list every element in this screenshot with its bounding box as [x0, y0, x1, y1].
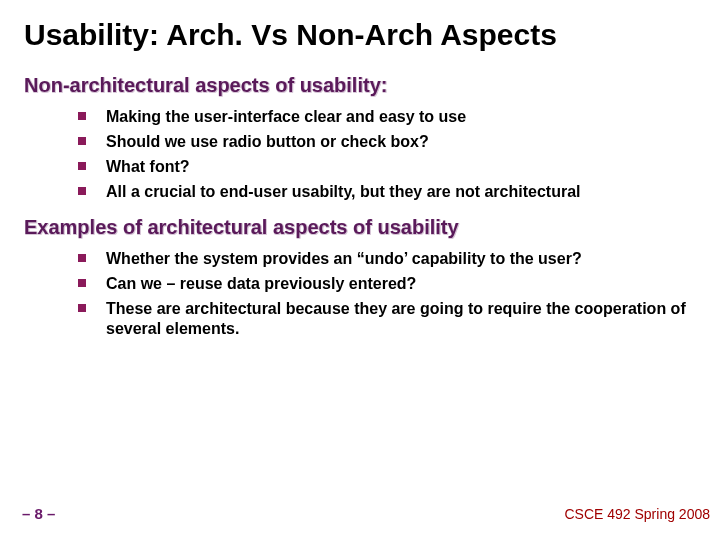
list-item: What font? [78, 157, 696, 177]
section-heading-nonarch: Non-architectural aspects of usability: [24, 74, 696, 97]
section-heading-arch: Examples of architectural aspects of usa… [24, 216, 696, 239]
footer: – 8 – CSCE 492 Spring 2008 [22, 505, 710, 522]
bullet-list-nonarch: Making the user-interface clear and easy… [24, 107, 696, 202]
square-bullet-icon [78, 254, 86, 262]
square-bullet-icon [78, 304, 86, 312]
course-label: CSCE 492 Spring 2008 [564, 506, 710, 522]
bullet-text: Whether the system provides an “undo’ ca… [106, 249, 696, 269]
slide: Usability: Arch. Vs Non-Arch Aspects Non… [0, 0, 720, 540]
slide-title: Usability: Arch. Vs Non-Arch Aspects [24, 18, 696, 52]
square-bullet-icon [78, 137, 86, 145]
list-item: Can we – reuse data previously entered? [78, 274, 696, 294]
square-bullet-icon [78, 279, 86, 287]
list-item: Should we use radio button or check box? [78, 132, 696, 152]
bullet-text: Making the user-interface clear and easy… [106, 107, 696, 127]
list-item: Making the user-interface clear and easy… [78, 107, 696, 127]
list-item: These are architectural because they are… [78, 299, 696, 339]
bullet-text: What font? [106, 157, 696, 177]
square-bullet-icon [78, 162, 86, 170]
list-item: All a crucial to end-user usabilty, but … [78, 182, 696, 202]
list-item: Whether the system provides an “undo’ ca… [78, 249, 696, 269]
bullet-text: Should we use radio button or check box? [106, 132, 696, 152]
square-bullet-icon [78, 187, 86, 195]
square-bullet-icon [78, 112, 86, 120]
bullet-text: These are architectural because they are… [106, 299, 696, 339]
bullet-text: All a crucial to end-user usabilty, but … [106, 182, 696, 202]
page-number: – 8 – [22, 505, 55, 522]
bullet-text: Can we – reuse data previously entered? [106, 274, 696, 294]
bullet-list-arch: Whether the system provides an “undo’ ca… [24, 249, 696, 339]
